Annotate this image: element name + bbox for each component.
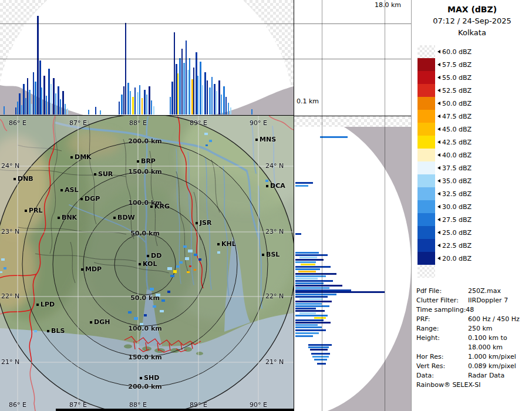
echo-bar [295,266,331,268]
echo-bar [4,106,5,114]
echo-bar [298,271,316,272]
echo-bar [320,136,348,138]
scale-value-text: 22.5 dBZ [442,242,472,250]
echo-bar [137,92,139,114]
echo-bar [65,104,66,114]
scale-tick-arrow [437,114,440,118]
legend-color-swatch [417,252,435,265]
latitude-label: 23° N [1,228,28,235]
echo-bar [134,87,136,114]
city-dot [140,377,142,379]
city-dot [266,185,268,187]
scale-value-text: 20.0 dBZ [442,255,472,262]
scale-value-text: 52.5 dBZ [442,87,472,95]
echo-bar [193,68,194,114]
scale-tick-arrow [437,179,440,183]
scale-tick-arrow [437,50,440,53]
meta-row: 18.000 km [416,343,531,352]
city-label: LPD [36,301,55,308]
echo-bar [295,303,322,305]
legend-scale-label: 55.0 dBZ [437,74,472,82]
axis-min-height-label: 0.1 km [297,97,319,105]
city-label: SUR [94,170,113,178]
legend-color-swatch [417,123,435,136]
echo-bar [67,109,68,114]
latitude-label: 21° N [1,358,28,366]
meta-row: Time sampling:48 [416,305,531,315]
scale-value-text: 37.5 dBZ [442,164,472,172]
echo-bar [308,346,329,348]
legend-scale-label: 42.5 dBZ [437,139,472,146]
echo-bar [35,82,36,114]
echo-bar [170,97,171,114]
meta-value [468,380,531,390]
scale-tick-arrow [437,140,440,144]
height-gridline [0,23,411,24]
echo-bar [295,301,332,302]
city-dot [196,222,198,224]
city-name: ASL [65,186,78,194]
legend-scale-label: 30.0 dBZ [437,203,472,211]
legend-color-swatch [417,226,435,239]
datetime-label: 07:12 / 24-Sep-2025 [412,15,532,27]
legend-scale-row: 22.5 dBZ [417,239,472,252]
city-label: MDP [81,265,102,273]
radar-display-window: 18.0 km 0.1 km [0,0,532,411]
city-label: DCA [266,182,285,190]
city-dot [60,189,63,191]
echo-bar [37,16,39,114]
echo-bar [53,78,55,114]
city-name: KHL [221,240,236,248]
legend-scale-label: 47.5 dBZ [437,113,472,120]
scale-tick-arrow [437,127,440,131]
echo-bar [295,287,329,289]
city-dot [90,321,92,324]
city-dot [36,304,39,306]
echo-bar [214,84,216,114]
echo-bar [295,294,336,295]
station-label: Kolkata [412,27,532,39]
scale-tick-arrow [437,76,440,79]
city-label: JSR [196,219,212,227]
echo-bar [25,98,26,114]
axis-corner-panel: 18.0 km 0.1 km [294,0,411,116]
echo-bar [55,93,56,114]
city-name: KOL [143,260,157,268]
meta-value: 18.000 km [468,343,531,352]
vertical-projection-top-panel [0,0,294,116]
city-name: BSL [266,251,280,258]
echo-bar [251,109,252,114]
city-dot [137,160,139,163]
legend-color-swatch [417,110,435,123]
meta-key: Vert Res: [416,362,468,371]
echo-bar [295,282,324,284]
city-name: KRG [154,203,170,210]
range-ring-label: 150.0 km [126,168,164,176]
echo-bar [299,257,317,258]
city-dot [255,139,258,141]
echo-bar [60,99,61,114]
city-dot [81,268,83,271]
city-label: KHL [217,240,236,248]
map-labels-layer: 86° E86° E87° E87° E88° E88° E89° E89° E… [0,116,294,411]
height-gridline [322,0,322,411]
city-label: DD [147,252,161,260]
top-echo-bars [0,0,294,115]
scale-tick-arrow [437,89,440,92]
latitude-label: 21° N [265,358,292,366]
legend-scale-label: 35.0 dBZ [437,177,472,185]
scale-value-text: 60.0 dBZ [442,48,472,56]
city-name: DMK [75,153,92,161]
city-name: BRP [141,157,156,165]
echo-bar [221,95,222,114]
legend-scale: 60.0 dBZ57.5 dBZ55.0 dBZ52.5 dBZ50.0 dBZ… [417,45,472,278]
legend-header: MAX (dBZ) 07:12 / 24-Sep-2025 Kolkata [412,4,532,39]
echo-bar [21,105,22,114]
echo-bar [132,97,134,114]
echo-bar [299,298,323,300]
echo-bar [295,252,319,254]
scale-tick-arrow [437,231,440,234]
city-dot [80,198,83,200]
echo-bar [295,296,328,298]
height-gridline [385,0,385,411]
